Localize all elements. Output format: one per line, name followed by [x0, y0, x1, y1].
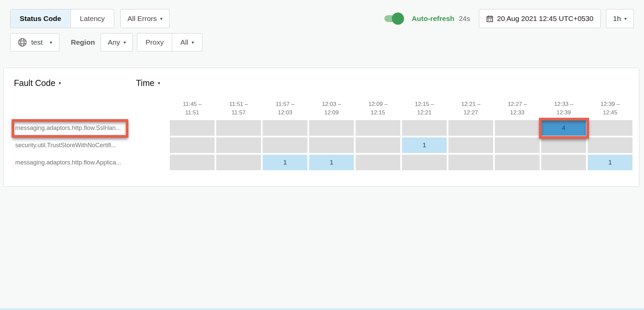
region-value: Any: [108, 38, 120, 46]
column-header: 12:27 –12:33: [495, 100, 540, 118]
heatmap-cell: [541, 137, 586, 153]
column-header: 12:15 –12:21: [402, 100, 447, 118]
time-window-value: 1h: [613, 15, 621, 23]
chevron-down-icon: ▾: [158, 81, 160, 85]
column-header: 12:39 –12:45: [588, 100, 632, 118]
auto-refresh-toggle[interactable]: [384, 15, 403, 22]
fault-code-by-time-panel: Fault Code ▾ Time ▾ 11:45 –11:5111:51 –1…: [3, 68, 639, 187]
column-header: 11:57 –12:03: [263, 100, 307, 118]
row-label-text: security.util.TrustStoreWithNoCertifi...: [14, 139, 121, 152]
column-header: 12:21 –12:27: [448, 100, 493, 118]
calendar-icon: [486, 15, 494, 22]
metric-tab-group: Status Code Latency: [10, 9, 114, 28]
panel-header: Fault Code ▾ Time ▾: [14, 68, 629, 88]
time-heatmap: 11:45 –11:5111:51 –11:5711:57 –12:0312:0…: [14, 100, 629, 170]
chevron-down-icon: ▾: [160, 16, 162, 21]
heatmap-cell: [356, 120, 400, 136]
heatmap-cell[interactable]: 1: [309, 155, 354, 170]
row-label: messaging.adaptors.http.flow.SslHan...: [14, 120, 168, 136]
filters-row: test ▾ Region Any ▾ Proxy All ▾: [10, 34, 202, 51]
chevron-down-icon: ▾: [192, 40, 194, 45]
toolbar: Status Code Latency All Errors ▾ Auto-re…: [10, 9, 634, 28]
heatmap-cell: [448, 155, 493, 170]
column-header: 12:09 –12:15: [356, 100, 400, 118]
heatmap-cell[interactable]: 1: [263, 155, 307, 170]
heatmap-cell: [588, 120, 632, 136]
heatmap-cell: [356, 155, 400, 170]
chevron-down-icon: ▾: [624, 16, 627, 21]
column-header: 12:33 –12:39: [541, 100, 586, 118]
row-label: security.util.TrustStoreWithNoCertifi...: [14, 137, 168, 153]
heatmap-cell: [170, 120, 215, 136]
toolbar-right: Auto-refresh 24s 20 Aug 2021 12:45 UTC+0…: [384, 9, 634, 28]
auto-refresh-label: Auto-refresh: [411, 15, 454, 23]
row-label-text: messaging.adaptors.http.flow.SslHan...: [14, 121, 125, 135]
api-monitoring-page: Status Code Latency All Errors ▾ Auto-re…: [0, 0, 644, 310]
proxy-value: All: [180, 38, 188, 46]
column-dimension-label: Time: [136, 78, 155, 88]
heatmap-cell: [356, 137, 400, 153]
region-label: Region: [71, 38, 95, 46]
proxy-filter-group: Proxy All ▾: [137, 33, 202, 51]
row-dimension-label: Fault Code: [14, 78, 55, 88]
heatmap-cell: [588, 137, 632, 153]
globe-icon: [17, 37, 27, 47]
heatmap-corner: [14, 100, 168, 118]
heatmap-cell: [448, 120, 493, 136]
row-label: messaging.adaptors.http.flow.Applica...: [14, 155, 168, 170]
auto-refresh-countdown: 24s: [459, 15, 470, 23]
proxy-dropdown[interactable]: All ▾: [172, 34, 202, 51]
heatmap-cell: [216, 155, 261, 170]
tab-status-code[interactable]: Status Code: [11, 9, 71, 28]
heatmap-cell: [541, 155, 586, 170]
heatmap-cell: [448, 137, 493, 153]
heatmap-cell: [495, 137, 540, 153]
bottom-divider: [0, 308, 644, 310]
region-dropdown[interactable]: Any ▾: [101, 33, 133, 51]
heatmap-cell: [263, 137, 307, 153]
heatmap-cell: [402, 155, 447, 170]
heatmap-cell[interactable]: 1: [588, 155, 632, 170]
heatmap-cell: [402, 120, 447, 136]
heatmap-cell: [495, 120, 540, 136]
environment-dropdown[interactable]: test ▾: [10, 33, 59, 51]
chevron-down-icon: ▾: [123, 40, 126, 45]
heatmap-cell: [309, 137, 354, 153]
column-header: 11:51 –11:57: [216, 100, 261, 118]
column-dimension-selector[interactable]: Time ▾: [136, 78, 160, 88]
heatmap-cell[interactable]: 1: [402, 137, 447, 153]
toggle-knob: [392, 13, 404, 25]
column-header: 12:03 –12:09: [309, 100, 354, 118]
column-header: 11:45 –11:51: [170, 100, 215, 118]
heatmap-cell: [216, 120, 261, 136]
proxy-label: Proxy: [137, 34, 172, 51]
date-range-picker[interactable]: 20 Aug 2021 12:45 UTC+0530: [479, 9, 600, 28]
date-range-value: 20 Aug 2021 12:45 UTC+0530: [497, 15, 593, 23]
chevron-down-icon: ▾: [50, 40, 52, 45]
errors-filter-label: All Errors: [127, 15, 157, 23]
environment-value: test: [31, 38, 43, 46]
heatmap-cell: [170, 155, 215, 170]
chevron-down-icon: ▾: [59, 81, 61, 85]
tab-latency[interactable]: Latency: [71, 9, 114, 28]
heatmap-cell: [216, 137, 261, 153]
heatmap-cell: [309, 120, 354, 136]
time-window-dropdown[interactable]: 1h ▾: [606, 9, 634, 28]
errors-filter-dropdown[interactable]: All Errors ▾: [120, 9, 169, 28]
heatmap-cell: [495, 155, 540, 170]
heatmap-cell: [170, 137, 215, 153]
heatmap-cell: [263, 120, 307, 136]
row-label-text: messaging.adaptors.http.flow.Applica...: [14, 156, 126, 169]
row-dimension-selector[interactable]: Fault Code ▾: [14, 78, 136, 88]
heatmap-cell[interactable]: 4: [541, 120, 586, 136]
